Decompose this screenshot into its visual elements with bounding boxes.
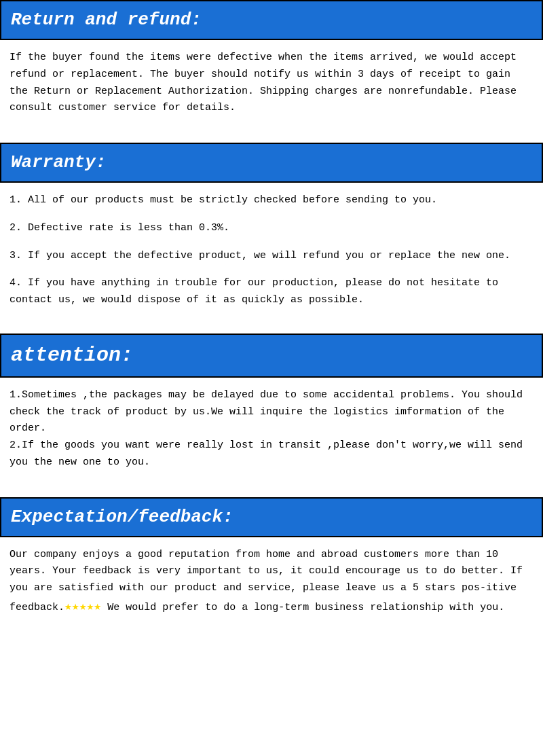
warranty-item-2: 2. Defective rate is less than 0.3%.: [10, 220, 533, 237]
attention-header: attention:: [0, 334, 543, 378]
expectation-header: Expectation/feedback:: [0, 497, 543, 537]
expectation-text: Our company enjoys a good reputation fro…: [10, 547, 533, 617]
warranty-section: Warranty: 1. All of our products must be…: [0, 143, 543, 334]
expectation-section: Expectation/feedback: Our company enjoys…: [0, 497, 543, 631]
expectation-content: Our company enjoys a good reputation fro…: [0, 537, 543, 631]
warranty-content: 1. All of our products must be strictly …: [0, 183, 543, 334]
warranty-item-3: 3. If you accept the defective product, …: [10, 248, 533, 265]
attention-item-1: 1.Sometimes ,the packages may be delayed…: [10, 387, 533, 437]
warranty-item-3-text: 3. If you accept the defective product, …: [10, 248, 533, 265]
expectation-body-part2: We would prefer to do a long-term busine…: [101, 602, 504, 613]
warranty-item-2-text: 2. Defective rate is less than 0.3%.: [10, 220, 533, 237]
expectation-stars: ★★★★★: [64, 600, 101, 613]
attention-section: attention: 1.Sometimes ,the packages may…: [0, 334, 543, 485]
warranty-item-4: 4. If you have anything in trouble for o…: [10, 275, 533, 309]
return-refund-header: Return and refund:: [0, 0, 543, 40]
return-refund-content: If the buyer found the items were defect…: [0, 40, 543, 130]
warranty-header: Warranty:: [0, 143, 543, 183]
return-refund-section: Return and refund: If the buyer found th…: [0, 0, 543, 130]
attention-item-2: 2.If the goods you want were really lost…: [10, 437, 533, 471]
return-refund-text: If the buyer found the items were defect…: [10, 50, 533, 117]
warranty-item-1: 1. All of our products must be strictly …: [10, 192, 533, 209]
warranty-item-1-text: 1. All of our products must be strictly …: [10, 192, 533, 209]
warranty-item-4-text: 4. If you have anything in trouble for o…: [10, 275, 533, 309]
attention-content: 1.Sometimes ,the packages may be delayed…: [0, 378, 543, 485]
